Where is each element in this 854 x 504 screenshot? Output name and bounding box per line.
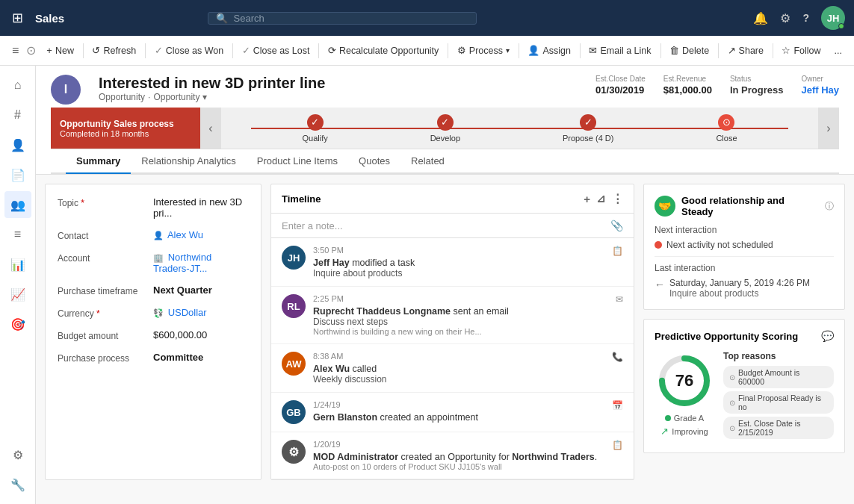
- scoring-comment-icon[interactable]: 💬: [821, 330, 834, 342]
- entry5-meta: 1/20/19 📋: [313, 440, 623, 450]
- refresh-label: Refresh: [103, 46, 136, 56]
- recalc-label: Recalculate Opportunity: [339, 46, 439, 56]
- process-nav-left[interactable]: ‹: [200, 108, 221, 149]
- record-subtitle: Opportunity · Opportunity ▾: [99, 92, 325, 102]
- process-step-qualify[interactable]: ✓ Qualify: [302, 114, 327, 143]
- note-attachment-icon[interactable]: 📎: [610, 220, 623, 231]
- tab-related[interactable]: Related: [400, 149, 455, 174]
- bell-icon[interactable]: 🔔: [753, 11, 768, 25]
- sidebar-icon-list[interactable]: ≡: [4, 221, 31, 248]
- sidebar-icon-settings[interactable]: ⚙: [4, 441, 31, 468]
- score-grade: Grade A: [665, 414, 704, 423]
- sidebar-icon-person[interactable]: 👤: [4, 131, 31, 158]
- recalculate-button[interactable]: ⟳ Recalculate Opportunity: [322, 42, 445, 59]
- entry1-content: 3:50 PM 📋 Jeff Hay modified a task Inqui…: [313, 246, 623, 279]
- status-meta: Status In Progress: [730, 75, 784, 96]
- score-right: Top reasons ⊙ Budget Amount is 600000 ⊙ …: [723, 351, 834, 442]
- develop-circle: ✓: [437, 114, 454, 131]
- rel-info-icon[interactable]: ⓘ: [825, 200, 834, 213]
- record-chevron[interactable]: ▾: [202, 92, 207, 102]
- content-area: I Interested in new 3D printer line Oppo…: [36, 66, 854, 504]
- entry1-meta: 3:50 PM 📋: [313, 246, 623, 256]
- sidebar-icon-hash[interactable]: #: [4, 102, 31, 128]
- email-link-button[interactable]: ✉ Email a Link: [583, 42, 657, 59]
- panel-fields: Topic * Interested in new 3D pri... Cont…: [45, 184, 262, 480]
- currency-required: *: [96, 308, 100, 319]
- hamburger-icon[interactable]: ≡: [6, 41, 25, 60]
- field-purchase-timeframe: Purchase timeframe Next Quarter: [58, 284, 249, 296]
- sidebar-icon-reports[interactable]: 📈: [4, 281, 31, 308]
- timeline-add-icon[interactable]: +: [584, 193, 590, 205]
- topic-label: Topic *: [58, 196, 147, 208]
- follow-icon: ☆: [782, 45, 790, 56]
- refresh-button[interactable]: ↺ Refresh: [86, 42, 142, 59]
- score-left: 76 Grade A ↗ Improving: [655, 351, 714, 442]
- scoring-title: Predictive Opportunity Scoring: [655, 331, 798, 342]
- purchase-timeframe-label: Purchase timeframe: [58, 284, 147, 296]
- delete-button[interactable]: 🗑 Delete: [663, 42, 715, 59]
- last-int-date: Saturday, January 5, 2019 4:26 PM: [669, 278, 810, 288]
- sidebar-icon-home[interactable]: ⌂: [4, 72, 31, 99]
- entry2-main: Ruprecht Thaddeus Longname sent an email: [313, 306, 623, 317]
- qualify-circle: ✓: [307, 114, 324, 131]
- scoring-header: Predictive Opportunity Scoring 💬: [655, 330, 834, 342]
- avatar[interactable]: JH: [821, 6, 845, 30]
- sidebar-icon-doc[interactable]: 📄: [4, 161, 31, 188]
- follow-button[interactable]: ☆ Follow: [776, 42, 826, 59]
- tab-quotes[interactable]: Quotes: [348, 149, 400, 174]
- tab-product-line-items[interactable]: Product Line Items: [247, 149, 348, 174]
- process-icon: ⚙: [457, 45, 466, 56]
- share-button[interactable]: ↗ Share: [722, 42, 770, 59]
- sidebar-icon-chart[interactable]: 📊: [4, 251, 31, 278]
- search-input[interactable]: [234, 13, 468, 24]
- process-nav-right[interactable]: ›: [818, 108, 839, 149]
- assign-button[interactable]: 👤 Assign: [522, 42, 577, 59]
- email-icon: ✉: [589, 45, 597, 56]
- field-purchase-process: Purchase process Committee: [58, 352, 249, 364]
- currency-value[interactable]: 💱 USDollar: [153, 307, 207, 318]
- timeline-entry: ⚙ 1/20/19 📋 MOD Administrator created an…: [271, 432, 634, 479]
- sidebar-icon-tools[interactable]: 🔧: [4, 471, 31, 498]
- entry2-avatar: RL: [282, 294, 306, 318]
- tab-summary[interactable]: Summary: [66, 149, 131, 174]
- close-won-label: Close as Won: [166, 46, 224, 56]
- timeline-note-input[interactable]: [282, 220, 604, 231]
- sidebar-icons: ⌂ # 👤 📄 👥 ≡ 📊 📈 🎯 ⚙ 🔧: [0, 66, 36, 504]
- close-lost-button[interactable]: ✓ Close as Lost: [236, 42, 316, 59]
- grid-icon[interactable]: ⊞: [9, 7, 26, 29]
- entry2-meta: 2:25 PM ✉: [313, 294, 623, 305]
- sidebar-icon-people[interactable]: 👥: [4, 191, 31, 218]
- help-icon[interactable]: ?: [802, 12, 809, 24]
- timeline-header: Timeline + ⊿ ⋮: [271, 184, 634, 214]
- record-bullet: ·: [148, 92, 150, 102]
- process-step-develop[interactable]: ✓ Develop: [430, 114, 460, 143]
- entry3-time: 8:38 AM: [313, 352, 343, 362]
- timeline-more-icon[interactable]: ⋮: [612, 192, 623, 205]
- score-circle: 76: [655, 351, 714, 411]
- new-button[interactable]: + New: [40, 42, 80, 59]
- tab-relationship-analytics[interactable]: Relationship Analytics: [131, 149, 246, 174]
- record-type: Opportunity: [99, 92, 145, 102]
- account-value[interactable]: 🏢 Northwind Traders-JT...: [153, 252, 249, 274]
- timeline-filter-icon[interactable]: ⊿: [596, 192, 606, 205]
- close-lost-label: Close as Lost: [253, 46, 310, 56]
- owner-value[interactable]: Jeff Hay: [801, 84, 839, 96]
- delete-label: Delete: [682, 46, 709, 56]
- reason3-icon: ⊙: [729, 424, 735, 432]
- record-dot-icon: ⊙: [26, 43, 36, 57]
- gear-icon[interactable]: ⚙: [780, 11, 790, 25]
- avatar-online-dot: [838, 23, 844, 29]
- entry2-detail: Discuss next steps: [313, 317, 623, 327]
- contact-value[interactable]: 👤 Alex Wu: [153, 229, 203, 240]
- follow-label: Follow: [793, 46, 820, 56]
- process-line: [251, 128, 788, 129]
- more-button[interactable]: ...: [829, 43, 848, 59]
- close-date-value: 01/30/2019: [595, 84, 646, 96]
- close-won-button[interactable]: ✓ Close as Won: [149, 42, 230, 59]
- process-step-propose[interactable]: ✓ Propose (4 D): [563, 114, 613, 143]
- process-button[interactable]: ⚙ Process ▾: [451, 42, 516, 59]
- process-steps: ✓ Qualify ✓ Develop ✓ Propose (4 D) ⊙ Cl…: [251, 114, 788, 143]
- sidebar-icon-goals[interactable]: 🎯: [4, 311, 31, 337]
- process-step-close[interactable]: ⊙ Close: [716, 114, 737, 143]
- entry5-action: created an Opportunity for: [401, 452, 513, 462]
